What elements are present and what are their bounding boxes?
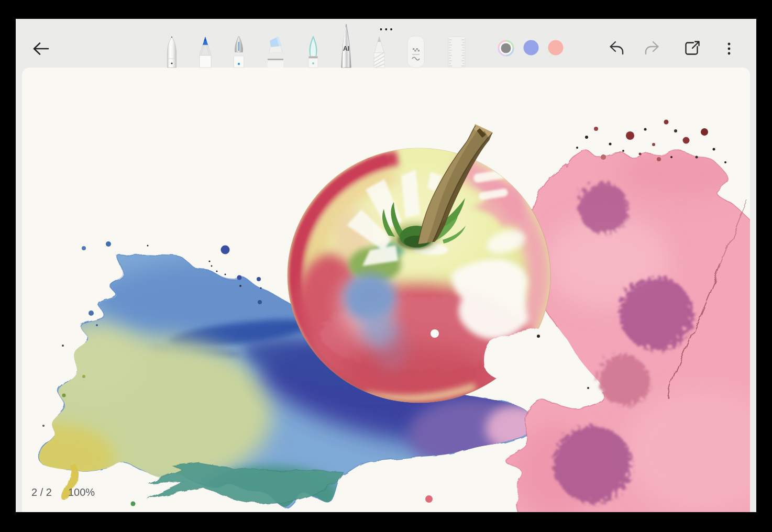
svg-text:AI: AI xyxy=(343,45,349,52)
